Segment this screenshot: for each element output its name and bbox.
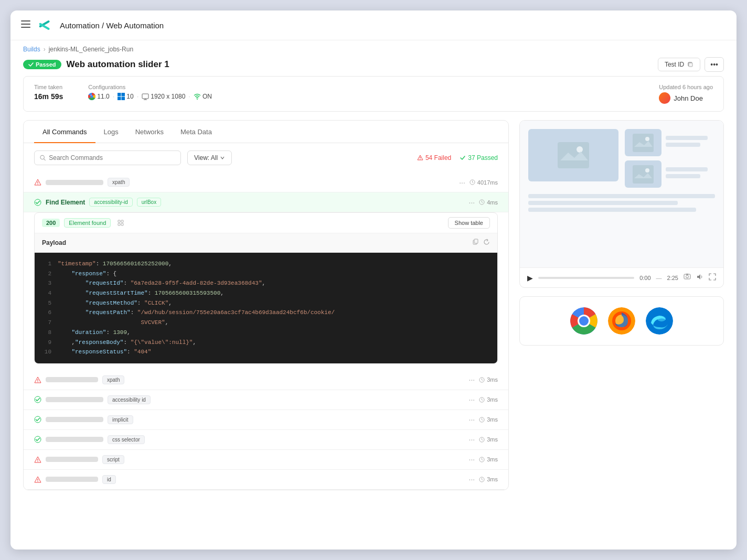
svg-point-9 [91,95,93,98]
svg-line-19 [44,159,45,160]
fullscreen-icon[interactable] [709,273,716,282]
svg-rect-29 [118,223,120,225]
breadcrumb-parent[interactable]: Builds [23,46,40,53]
chrome-browser-icon [570,307,597,335]
cmd-more-icon[interactable]: ··· [469,475,475,483]
fail-icon [34,376,41,383]
text-lines-1 [666,136,715,149]
play-button[interactable]: ▶ [527,274,533,282]
cmd-time: 3ms [479,456,498,462]
cmd-badge: css selector [108,435,145,444]
cmd-more-icon[interactable]: ··· [459,178,465,187]
cmd-time-2: 4ms [479,199,498,206]
mute-icon[interactable] [696,273,703,282]
meta-bar: Time taken 16m 59s Configurations [23,76,724,112]
svg-rect-12 [118,96,121,100]
code-line: 9 ,"responseBody": "{\"value\":null}", [43,338,489,348]
command-row: xpath ··· 3ms [24,370,508,390]
pass-icon [34,436,41,443]
video-action-icons [684,273,716,282]
main-layout: All Commands Logs Networks Meta Data Vie… [10,120,737,503]
pass-icon [34,396,41,403]
code-line: 8 "duration": 1309, [43,328,489,338]
edge-browser-icon [646,307,673,335]
code-line: 2 "response": { [43,269,489,279]
svg-rect-10 [118,93,121,96]
hamburger-icon[interactable] [21,20,30,30]
cmd-more-icon[interactable]: ··· [469,435,475,444]
svg-rect-52 [633,165,654,184]
svg-rect-27 [118,220,120,222]
code-line: 6 "requestPath": "/wd/hub/session/755e20… [43,308,489,318]
pass-icon [34,199,41,206]
svg-point-34 [37,381,38,382]
tab-all-commands[interactable]: All Commands [34,121,95,143]
response-area: 200 Element found Show table Payload [34,212,498,364]
cmd-name-bar [46,180,103,185]
config-windows: 10 [118,93,133,100]
command-row: accessibility id ··· 3ms [24,390,508,410]
code-line: 1 "timestamp": 1705665601625252000, [43,259,489,269]
svg-rect-14 [142,94,148,99]
search-input[interactable] [49,154,175,161]
status-code-badge: 200 [42,219,60,227]
fail-icon [34,179,41,186]
cmd-more-icon[interactable]: ··· [469,375,475,384]
screenshot-placeholder-large [528,129,618,181]
passed-stat: 37 Passed [460,154,498,161]
svg-point-59 [579,316,589,326]
svg-rect-0 [21,20,30,21]
tab-logs[interactable]: Logs [95,121,127,143]
svg-rect-48 [558,142,589,168]
command-row: css selector ··· 3ms [24,430,508,450]
svg-point-55 [686,275,689,278]
test-id-button[interactable]: Test ID [658,58,700,71]
tab-meta-data[interactable]: Meta Data [172,121,220,143]
preview-area [520,121,723,267]
cmd-more-icon[interactable]: ··· [469,415,475,424]
tab-networks[interactable]: Networks [127,121,172,143]
command-row: xpath ··· 4017ms [24,173,508,192]
failed-stat: 54 Failed [417,154,451,161]
cmd-badge: accessibility id [108,395,151,404]
search-box[interactable] [34,150,181,165]
svg-point-21 [420,159,420,159]
cmd-time: 3ms [479,476,498,482]
small-preview-2 [625,160,715,188]
svg-rect-54 [684,274,690,279]
cmd-more-icon[interactable]: ··· [469,455,475,464]
current-time: 0:00 [639,275,650,281]
screenshot-icon[interactable] [684,273,691,282]
text-lines-below [528,194,715,212]
cmd-more-icon[interactable]: ··· [469,395,475,404]
svg-point-46 [37,481,38,481]
refresh-icon[interactable] [483,239,490,247]
response-badge-row: 200 Element found Show table [35,213,497,233]
cmd-time: 4017ms [469,179,498,186]
text-lines-2 [666,167,715,181]
meta-user: John Doe [659,92,713,104]
svg-rect-11 [122,93,125,96]
payload-title: Payload [42,239,66,246]
copy-icon[interactable] [472,239,479,247]
cmd-badge-xpath: xpath [108,178,130,187]
meta-updated: Updated 6 hours ago John Doe [659,84,713,104]
code-block: 1 "timestamp": 1705665601625252000, 2 "r… [35,253,497,363]
left-panel: All Commands Logs Networks Meta Data Vie… [23,120,509,490]
more-options-button[interactable]: ••• [705,57,724,72]
svg-rect-32 [474,239,478,243]
tabs-bar: All Commands Logs Networks Meta Data [24,121,508,143]
video-progress-bar[interactable] [538,277,634,279]
view-all-button[interactable]: View: All [187,150,232,165]
show-table-button[interactable]: Show table [448,217,490,229]
command-row: script ··· 3ms [24,450,508,470]
svg-point-53 [645,168,649,173]
breadcrumb-separator: › [44,46,46,53]
expand-icon[interactable] [117,219,124,227]
svg-rect-13 [122,96,125,100]
cmd-badge: implicit [108,415,133,424]
breadcrumb: Builds › jenkins-ML_Generic_jobs-Run [23,46,724,53]
cmd-more-icon-2[interactable]: ··· [469,198,475,207]
breadcrumb-child: jenkins-ML_Generic_jobs-Run [49,46,133,53]
app-title: Automation / Web Automation [60,21,164,30]
